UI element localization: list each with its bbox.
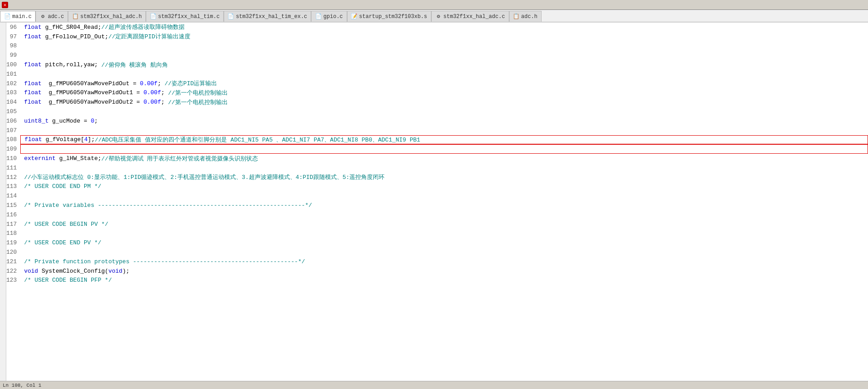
tab-icon-adc-h: 📋: [513, 14, 520, 20]
code-line-101: [20, 69, 868, 79]
line-number-117: 117: [6, 220, 20, 229]
code-line-110: extern int g_lHW_State;//帮助视觉调试 用于表示红外对管…: [20, 154, 868, 163]
code-container: 9697989910010110210310410510610710810911…: [0, 23, 868, 381]
tab-label-main-c: main.c: [12, 14, 32, 20]
tab-adc-c[interactable]: ⚙adc.c: [36, 11, 68, 22]
tab-icon-adc-c: ⚙: [40, 14, 46, 20]
code-line-99: [20, 50, 868, 60]
line-number-114: 114: [6, 191, 20, 201]
code-line-108: float g_fVoltage[4];//ADC电压采集值 值对应的四个通道和…: [20, 135, 868, 145]
code-line-104: float g_fMPU6050YawMovePidOut2 = 0.00f; …: [20, 97, 868, 107]
line-number-97: 97: [6, 32, 20, 41]
status-text: Ln 108, Col 1: [3, 383, 41, 388]
tab-label-stm32f1xx-hal-tim-ex-c: stm32f1xx_hal_tim_ex.c: [236, 14, 307, 20]
tab-label-startup-stm32f103xb-s: startup_stm32f103xb.s: [359, 14, 427, 20]
line-number-98: 98: [6, 41, 20, 51]
tab-label-gpio-c: gpio.c: [323, 14, 343, 20]
left-gutter: [0, 23, 6, 381]
code-line-97: float g_fFollow_PID_Out;//定距离跟随PID计算输出速度: [20, 32, 868, 41]
tab-icon-stm32f1xx-hal-tim-c: 📄: [150, 14, 156, 20]
code-line-119: /* USER CODE END PV */: [20, 238, 868, 247]
tab-icon-main-c: 📄: [4, 14, 10, 20]
code-line-114: [20, 191, 868, 201]
line-number-123: 123: [6, 276, 20, 285]
line-number-109: 109: [6, 144, 20, 154]
code-line-100: float pitch,roll,yaw; //俯仰角 横滚角 航向角: [20, 60, 868, 69]
tab-bar: 📄main.c⚙adc.c📋stm32f1xx_hal_adc.h📄stm32f…: [0, 10, 868, 23]
code-line-115: /* Private variables -------------------…: [20, 201, 868, 210]
tab-label-stm32f1xx-hal-adc-h: stm32f1xx_hal_adc.h: [80, 14, 142, 20]
code-line-105: [20, 107, 868, 116]
tab-label-stm32f1xx-hal-adc-c: stm32f1xx_hal_adc.c: [443, 14, 505, 20]
code-line-112: //小车运动模式标志位 0:显示功能、1:PID循迹模式、2:手机遥控普通运动模…: [20, 173, 868, 182]
tab-label-adc-h: adc.h: [521, 14, 538, 20]
tab-stm32f1xx-hal-tim-c[interactable]: 📄stm32f1xx_hal_tim.c: [146, 11, 224, 22]
line-number-113: 113: [6, 182, 20, 192]
code-line-102: float g_fMPU6050YawMovePidOut = 0.00f; /…: [20, 79, 868, 88]
code-line-120: [20, 247, 868, 257]
line-numbers: 9697989910010110210310410510610710810911…: [6, 23, 20, 381]
line-number-119: 119: [6, 238, 20, 247]
line-number-96: 96: [6, 23, 20, 32]
code-line-113: /* USER CODE END PM */: [20, 182, 868, 192]
line-number-122: 122: [6, 266, 20, 276]
line-number-100: 100: [6, 60, 20, 69]
tab-label-adc-c: adc.c: [48, 14, 64, 20]
status-bar: Ln 108, Col 1: [0, 381, 868, 389]
line-number-99: 99: [6, 50, 20, 60]
line-number-120: 120: [6, 247, 20, 257]
line-number-104: 104: [6, 97, 20, 107]
tab-label-stm32f1xx-hal-tim-c: stm32f1xx_hal_tim.c: [158, 14, 220, 20]
line-number-107: 107: [6, 126, 20, 135]
code-line-123: /* USER CODE BEGIN PFP */: [20, 276, 868, 285]
close-button[interactable]: ✕: [2, 2, 8, 8]
code-line-106: uint8_t g_ucMode = 0;: [20, 116, 868, 126]
code-line-109: [20, 144, 868, 154]
line-number-121: 121: [6, 257, 20, 266]
tab-icon-gpio-c: 📄: [315, 14, 321, 20]
line-number-112: 112: [6, 173, 20, 182]
tab-adc-h[interactable]: 📋adc.h: [509, 11, 542, 22]
code-line-118: [20, 229, 868, 238]
line-number-101: 101: [6, 69, 20, 79]
code-line-111: [20, 163, 868, 173]
code-line-121: /* Private function prototypes ---------…: [20, 257, 868, 266]
line-number-103: 103: [6, 88, 20, 98]
tab-stm32f1xx-hal-tim-ex-c[interactable]: 📄stm32f1xx_hal_tim_ex.c: [224, 11, 311, 22]
line-number-106: 106: [6, 116, 20, 126]
tab-stm32f1xx-hal-adc-c[interactable]: ⚙stm32f1xx_hal_adc.c: [431, 11, 509, 22]
code-line-117: /* USER CODE BEGIN PV */: [20, 220, 868, 229]
line-number-102: 102: [6, 79, 20, 88]
line-number-116: 116: [6, 210, 20, 220]
line-number-111: 111: [6, 163, 20, 173]
tab-main-c[interactable]: 📄main.c: [0, 11, 36, 22]
code-line-103: float g_fMPU6050YawMovePidOut1 = 0.00f; …: [20, 88, 868, 98]
line-number-118: 118: [6, 229, 20, 238]
code-line-107: [20, 126, 868, 135]
main-window: ✕ 📄main.c⚙adc.c📋stm32f1xx_hal_adc.h📄stm3…: [0, 0, 868, 389]
tab-icon-stm32f1xx-hal-tim-ex-c: 📄: [228, 14, 234, 20]
code-editor[interactable]: float g_fHC_SR04_Read;//超声波传感器读取障碍物数据flo…: [20, 23, 868, 381]
tab-stm32f1xx-hal-adc-h[interactable]: 📋stm32f1xx_hal_adc.h: [68, 11, 146, 22]
tab-icon-stm32f1xx-hal-adc-h: 📋: [72, 14, 78, 20]
code-line-96: float g_fHC_SR04_Read;//超声波传感器读取障碍物数据: [20, 23, 868, 32]
line-number-115: 115: [6, 201, 20, 210]
code-line-116: [20, 210, 868, 220]
tab-startup-stm32f103xb-s[interactable]: 📝startup_stm32f103xb.s: [347, 11, 431, 22]
line-number-108: 108: [6, 135, 20, 145]
tab-gpio-c[interactable]: 📄gpio.c: [311, 11, 347, 22]
title-bar: ✕: [0, 0, 868, 10]
line-number-105: 105: [6, 107, 20, 116]
tab-icon-stm32f1xx-hal-adc-c: ⚙: [435, 14, 442, 20]
code-line-122: void SystemClock_Config(void);: [20, 266, 868, 276]
tab-icon-startup-stm32f103xb-s: 📝: [351, 14, 357, 20]
line-number-110: 110: [6, 154, 20, 163]
code-line-98: [20, 41, 868, 51]
